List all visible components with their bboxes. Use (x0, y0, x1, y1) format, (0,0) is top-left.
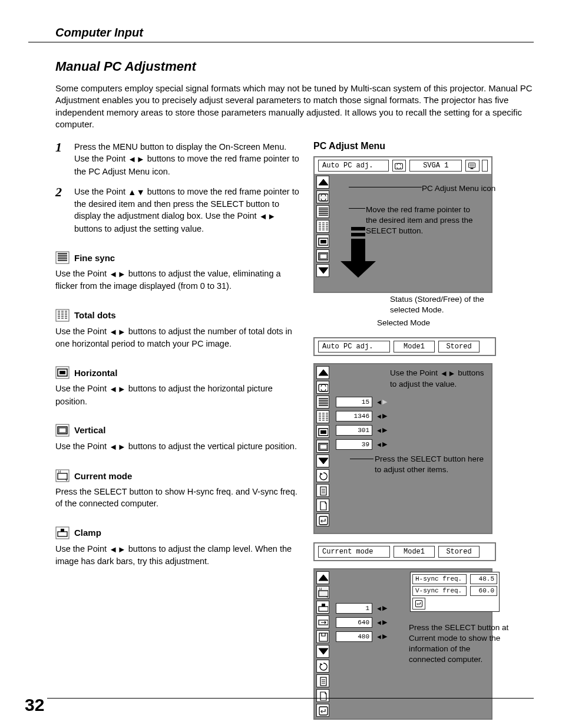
doc2-item[interactable] (316, 689, 329, 702)
horizontal-label: Horizontal (74, 368, 117, 378)
bar2-left: Auto PC adj. (318, 341, 390, 353)
osd1-top-label: Auto PC adj. (318, 160, 389, 172)
display-area-item[interactable] (316, 615, 329, 628)
adjust-arrows[interactable]: ◄▶ (376, 412, 387, 420)
clamp-item[interactable] (316, 601, 329, 614)
store-item[interactable] (316, 630, 329, 643)
horizontal-item[interactable] (316, 235, 329, 248)
adjust-arrows[interactable]: ◄▶ (376, 426, 387, 434)
total-dots-desc: Use the Point ◄► buttons to adjust the n… (55, 325, 303, 350)
page-number: 32 (25, 695, 44, 715)
step-number-2: 2 (55, 186, 67, 235)
vertical-item[interactable] (316, 440, 329, 453)
bar3-right: Stored (438, 546, 480, 558)
total-dots-item[interactable] (316, 220, 329, 233)
osd-panel-2: Use the Point ◄► buttons to adjust the v… (313, 363, 492, 534)
scroll-down-icon[interactable] (316, 264, 329, 277)
top-rule (28, 42, 534, 42)
hsync-label: H-sync freq. (412, 574, 467, 584)
adjust-arrows[interactable]: ◄▶ (376, 604, 387, 612)
fine-sync-label: Fine sync (74, 253, 115, 263)
fine-sync-desc: Use the Point ◄► buttons to adjust the v… (55, 268, 303, 292)
current-mode-desc: Press the SELECT button to show H-sync f… (55, 486, 303, 510)
scroll-up-icon[interactable] (316, 366, 329, 379)
value-disp-v: 480 (336, 631, 372, 642)
fine-sync-icon (55, 251, 70, 264)
vertical-label: Vertical (74, 425, 105, 435)
svg-rect-24 (351, 233, 365, 236)
osd1-sys-label: SVGA 1 (409, 160, 462, 172)
scroll-down-icon[interactable] (316, 454, 329, 467)
intro-text: Some computers employ special signal for… (55, 83, 534, 130)
current-mode-icon (55, 469, 70, 482)
freq-info-box: H-sync freq. 48.5 V-sync freq. 60.0 (410, 572, 500, 612)
step-number-1: 1 (55, 141, 67, 177)
left-right-icon: ◄► (128, 153, 145, 165)
clamp-desc: Use the Point ◄► buttons to adjust the c… (55, 543, 303, 568)
adjust-arrows[interactable]: ◄▶ (376, 398, 387, 406)
vertical-icon (55, 424, 70, 437)
monitor-icon (465, 160, 480, 172)
section-title: Computer Input (55, 26, 534, 39)
value-total-dots: 1346 (336, 411, 372, 421)
current-mode-label: Current mode (74, 471, 132, 481)
osd-panel-3: 1 ◄▶ 640 ◄▶ 480 ◄▶ (313, 568, 492, 720)
status-bar-1: Auto PC adj. Mode1 Stored (313, 337, 496, 356)
total-dots-item[interactable] (316, 410, 329, 423)
return-icon[interactable] (412, 598, 425, 610)
value-disp-h: 640 (336, 617, 372, 628)
bar3-left: Current mode (318, 546, 390, 558)
svg-rect-25 (351, 239, 365, 261)
doc1-item[interactable] (316, 674, 329, 687)
scroll-up-icon[interactable] (316, 176, 329, 189)
auto-pc-item[interactable] (316, 190, 329, 203)
svg-rect-23 (351, 227, 365, 230)
bar2-mid: Mode1 (394, 341, 435, 353)
vertical-desc: Use the Point ◄► buttons to adjust the v… (55, 440, 303, 453)
auto-pc-item[interactable] (316, 381, 329, 394)
note-adjust: Use the Point ◄► buttons to adjust the v… (390, 368, 490, 390)
horizontal-item[interactable] (316, 425, 329, 438)
bar3-mid: Mode1 (394, 546, 435, 558)
note-curmode: Press the SELECT button at Current mode … (409, 622, 509, 666)
scroll-up-icon[interactable] (316, 571, 329, 584)
doc2-item[interactable] (316, 499, 329, 512)
hsync-value: 48.5 (470, 574, 497, 584)
horizontal-icon (55, 366, 70, 379)
clamp-icon (55, 526, 70, 539)
up-down-icon: ▲▼ (128, 186, 145, 198)
note-move: Move the red frame pointer to the desire… (366, 205, 478, 237)
bar2-right: Stored (438, 341, 480, 353)
fine-sync-item[interactable] (316, 205, 329, 218)
status-bar-2: Current mode Mode1 Stored (313, 542, 496, 561)
bottom-rule (47, 698, 534, 699)
note-selmode: Selected Mode (377, 318, 448, 328)
reload-item[interactable] (316, 660, 329, 673)
vertical-item[interactable] (316, 249, 329, 262)
vsync-value: 60.0 (470, 586, 497, 596)
value-vertical: 39 (336, 439, 372, 450)
step-2-text: Use the Point ▲▼ buttons to move the red… (74, 186, 303, 235)
doc1-item[interactable] (316, 484, 329, 497)
adjust-arrows[interactable]: ◄▶ (376, 440, 387, 448)
top-more-icon (482, 160, 488, 172)
clamp-label: Clamp (74, 528, 101, 538)
reload-item[interactable] (316, 469, 329, 482)
adjust-arrows[interactable]: ◄▶ (376, 633, 387, 640)
return-item[interactable] (316, 704, 329, 717)
value-horizontal: 301 (336, 425, 372, 436)
scroll-down-icon[interactable] (316, 645, 329, 658)
current-mode-item[interactable] (316, 586, 329, 599)
adjust-arrows[interactable]: ◄▶ (376, 618, 387, 626)
value-clamp: 1 (336, 603, 372, 614)
note-status: Status (Stored/Free) of the selected Mod… (390, 294, 502, 315)
fine-sync-item[interactable] (316, 396, 329, 409)
note-other: Press the SELECT button here to adjust o… (375, 454, 487, 475)
return-item[interactable] (316, 513, 329, 526)
left-right-icon: ◄► (259, 210, 276, 222)
step-1-text: Press the MENU button to display the On-… (74, 141, 303, 177)
system-box-icon (392, 160, 406, 172)
osd-panel-1: Auto PC adj. SVGA 1 (313, 156, 492, 293)
pc-adjust-menu-title: PC Adjust Menu (313, 141, 534, 151)
value-fine-sync: 15 (336, 397, 372, 407)
